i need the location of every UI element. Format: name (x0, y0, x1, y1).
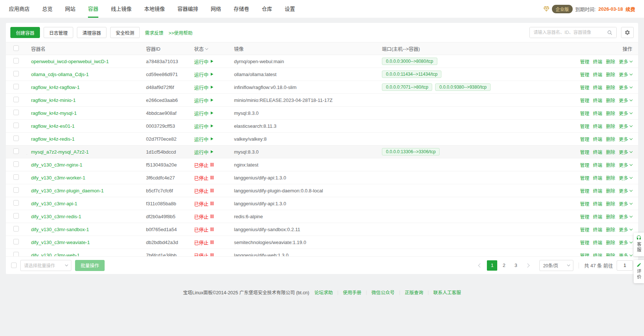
create-container-button[interactable]: 创建容器 (10, 27, 40, 38)
nav-item-overview[interactable]: 总览 (42, 0, 52, 18)
customer-service-widget[interactable]: 客服 (634, 233, 644, 256)
nav-item-network[interactable]: 网络 (211, 0, 221, 18)
review-widget[interactable]: 评价 (634, 260, 644, 283)
container-name-link[interactable]: ollama_cdjs-ollama_Cdjs-1 (31, 72, 89, 77)
nav-item-app-store[interactable]: 应用商店 (9, 0, 30, 18)
container-name-link[interactable]: dify_v130_c3mr-redis-1 (31, 214, 81, 219)
delete-link[interactable]: 删除 (606, 148, 615, 155)
container-name-link[interactable]: openwebui_iwcd-openwebui_iwcD-1 (31, 59, 109, 64)
container-name-link[interactable]: ragflow_kr4z-ragflow-1 (31, 85, 80, 90)
delete-link[interactable]: 删除 (606, 252, 615, 257)
more-link[interactable]: 更多 (619, 213, 632, 220)
footer-link[interactable]: 微信公众号 (372, 289, 395, 296)
manage-link[interactable]: 管理 (580, 174, 589, 181)
help-link[interactable]: >>使用帮助 (169, 29, 193, 36)
manage-link[interactable]: 管理 (580, 136, 589, 143)
footer-link[interactable]: 联系人工客服 (433, 289, 461, 296)
more-link[interactable]: 更多 (619, 136, 632, 143)
batch-operation-button[interactable]: 批量操作 (75, 260, 105, 271)
log-management-button[interactable]: 日志管理 (44, 27, 73, 38)
prev-page-button[interactable] (475, 260, 485, 271)
batch-operation-select[interactable]: 请选择批量操作 (20, 260, 71, 271)
manage-link[interactable]: 管理 (580, 84, 589, 91)
footer-link[interactable]: 使用手册 (343, 289, 362, 296)
nav-item-compose[interactable]: 容器编排 (177, 0, 198, 18)
status-stopped[interactable]: 已停止 (194, 226, 213, 233)
nav-item-container[interactable]: 容器 (88, 0, 98, 18)
terminal-link[interactable]: 终端 (593, 123, 602, 130)
row-checkbox[interactable] (13, 239, 19, 244)
manage-link[interactable]: 管理 (580, 71, 589, 78)
terminal-link[interactable]: 终端 (593, 84, 602, 91)
more-link[interactable]: 更多 (619, 148, 632, 155)
delete-link[interactable]: 删除 (606, 213, 615, 220)
container-name-link[interactable]: ragflow_kr4z-minio-1 (31, 97, 76, 103)
delete-link[interactable]: 删除 (606, 84, 615, 91)
panel-settings-button[interactable] (621, 27, 634, 38)
manage-link[interactable]: 管理 (580, 97, 589, 104)
row-checkbox[interactable] (13, 252, 19, 256)
more-link[interactable]: 更多 (619, 123, 632, 130)
manage-link[interactable]: 管理 (580, 161, 589, 168)
search-button[interactable] (603, 27, 616, 38)
delete-link[interactable]: 删除 (606, 161, 615, 168)
more-link[interactable]: 更多 (619, 187, 632, 194)
delete-link[interactable]: 删除 (606, 97, 615, 104)
row-checkbox[interactable] (13, 213, 19, 219)
terminal-link[interactable]: 终端 (593, 148, 602, 155)
delete-link[interactable]: 删除 (606, 110, 615, 117)
row-checkbox[interactable] (13, 97, 19, 102)
more-link[interactable]: 更多 (619, 110, 632, 117)
status-running[interactable]: 运行中 (194, 110, 213, 117)
row-checkbox[interactable] (13, 123, 19, 128)
more-link[interactable]: 更多 (619, 200, 632, 207)
container-name-link[interactable]: dify_v130_c3mr-weaviate-1 (31, 240, 90, 245)
more-link[interactable]: 更多 (619, 239, 632, 246)
delete-link[interactable]: 删除 (606, 71, 615, 78)
row-checkbox[interactable] (13, 161, 19, 167)
terminal-link[interactable]: 终端 (593, 110, 602, 117)
manage-link[interactable]: 管理 (580, 58, 589, 65)
row-checkbox[interactable] (13, 71, 19, 76)
terminal-link[interactable]: 终端 (593, 97, 602, 104)
status-stopped[interactable]: 已停止 (194, 187, 213, 194)
renew-link[interactable]: 续费 (626, 6, 635, 13)
terminal-link[interactable]: 终端 (593, 136, 602, 143)
page-button-2[interactable]: 2 (499, 260, 509, 271)
delete-link[interactable]: 删除 (606, 123, 615, 130)
goto-page-input[interactable] (617, 260, 633, 271)
more-link[interactable]: 更多 (619, 58, 632, 65)
terminal-link[interactable]: 终端 (593, 161, 602, 168)
delete-link[interactable]: 删除 (606, 200, 615, 207)
header-status-filter[interactable]: 状态 (191, 45, 231, 52)
status-running[interactable]: 运行中 (194, 123, 213, 130)
manage-link[interactable]: 管理 (580, 213, 589, 220)
status-stopped[interactable]: 已停止 (194, 161, 213, 168)
manage-link[interactable]: 管理 (580, 226, 589, 233)
row-checkbox[interactable] (13, 136, 19, 141)
delete-link[interactable]: 删除 (606, 239, 615, 246)
bottom-select-all-checkbox[interactable] (11, 263, 17, 268)
status-running[interactable]: 运行中 (194, 58, 213, 65)
terminal-link[interactable]: 终端 (593, 174, 602, 181)
security-check-button[interactable]: 安全检测 (110, 27, 140, 38)
page-button-1[interactable]: 1 (487, 260, 497, 271)
more-link[interactable]: 更多 (619, 84, 632, 91)
search-input[interactable] (530, 27, 603, 38)
container-name-link[interactable]: dify_v130_c3mr-sandbox-1 (31, 227, 89, 232)
nav-item-online-image[interactable]: 线上镜像 (111, 0, 132, 18)
next-page-button[interactable] (522, 260, 533, 271)
more-link[interactable]: 更多 (619, 71, 632, 78)
manage-link[interactable]: 管理 (580, 110, 589, 117)
manage-link[interactable]: 管理 (580, 252, 589, 257)
manage-link[interactable]: 管理 (580, 148, 589, 155)
nav-item-repository[interactable]: 仓库 (262, 0, 272, 18)
nav-item-local-image[interactable]: 本地镜像 (144, 0, 165, 18)
feedback-link[interactable]: 需求反馈 (145, 29, 163, 36)
status-stopped[interactable]: 已停止 (194, 174, 213, 181)
nav-item-volume[interactable]: 存储卷 (234, 0, 249, 18)
status-running[interactable]: 运行中 (194, 71, 213, 78)
terminal-link[interactable]: 终端 (593, 252, 602, 257)
nav-item-settings[interactable]: 设置 (285, 0, 295, 18)
row-checkbox[interactable] (13, 110, 19, 115)
